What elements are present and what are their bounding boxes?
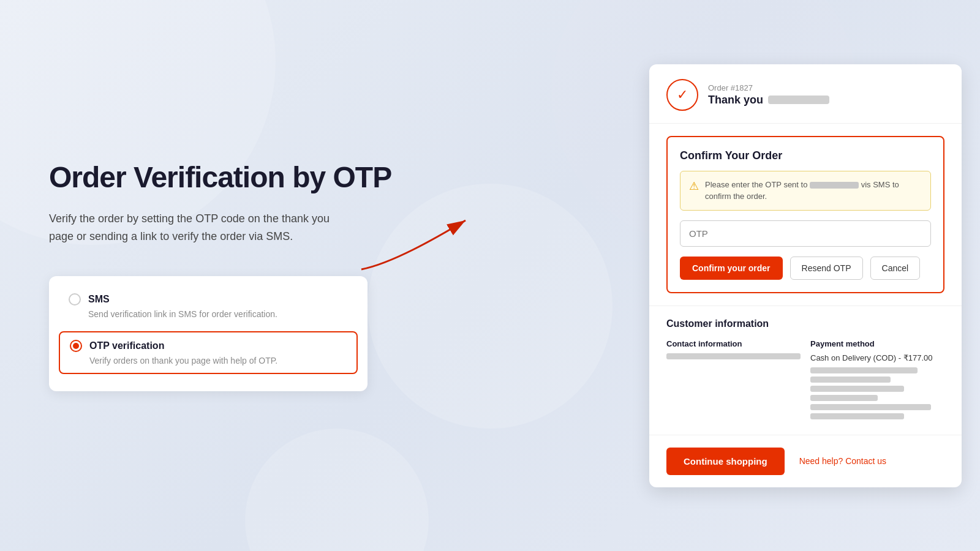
billing-line-2 [810, 377, 891, 383]
contact-info-blurred [666, 353, 801, 359]
page-description: Verify the order by setting the OTP code… [49, 210, 343, 246]
cancel-button[interactable]: Cancel [870, 257, 921, 280]
billing-line-6 [810, 413, 904, 419]
customer-information-section: Customer information Contact information… [649, 305, 962, 435]
thank-you-text: Thank you [708, 94, 829, 107]
option-otp-label: OTP verification [89, 340, 164, 351]
customer-name-blurred [768, 96, 829, 104]
option-sms-label: SMS [88, 294, 110, 305]
warning-icon: ⚠ [689, 179, 699, 193]
option-sms-header: SMS [69, 293, 348, 305]
billing-line-1 [810, 367, 918, 373]
contact-info-label: Contact information [666, 339, 801, 348]
checkmark-icon: ✓ [677, 87, 688, 103]
main-layout: Order Verification by OTP Verify the ord… [0, 0, 980, 551]
left-panel: Order Verification by OTP Verify the ord… [0, 0, 637, 551]
radio-otp[interactable] [70, 340, 82, 352]
confirm-buttons-row: Confirm your order Resend OTP Cancel [680, 257, 931, 280]
order-footer: Continue shopping Need help? Contact us [649, 435, 962, 487]
otp-input[interactable] [680, 220, 931, 247]
radio-otp-inner [73, 343, 79, 349]
customer-info-title: Customer information [666, 318, 944, 329]
payment-value: Cash on Delivery (COD) - ₹177.00 [810, 353, 944, 362]
order-card: ✓ Order #1827 Thank you Confirm Your Ord… [649, 64, 962, 487]
order-number: Order #1827 [708, 83, 829, 92]
options-card: SMS Send verification link in SMS for or… [49, 276, 368, 391]
option-otp-description: Verify orders on thank you page with hel… [70, 356, 347, 365]
need-help-link[interactable]: Need help? Contact us [799, 456, 886, 466]
confirm-order-button[interactable]: Confirm your order [680, 257, 783, 280]
right-panel: ✓ Order #1827 Thank you Confirm Your Ord… [637, 0, 980, 551]
order-title-block: Order #1827 Thank you [708, 83, 829, 107]
radio-sms[interactable] [69, 293, 81, 305]
billing-line-5 [810, 404, 931, 410]
otp-alert-box: ⚠ Please enter the OTP sent to vis SMS t… [680, 171, 931, 211]
billing-line-4 [810, 395, 878, 401]
confirm-order-section: Confirm Your Order ⚠ Please enter the OT… [666, 136, 944, 293]
confirm-order-title: Confirm Your Order [680, 149, 931, 162]
phone-blurred [810, 182, 859, 189]
check-circle: ✓ [666, 79, 698, 111]
continue-shopping-button[interactable]: Continue shopping [666, 448, 785, 475]
billing-line-3 [810, 386, 904, 392]
option-otp-header: OTP verification [70, 340, 347, 352]
order-header: ✓ Order #1827 Thank you [649, 64, 962, 124]
page-heading: Order Verification by OTP [49, 160, 588, 195]
option-sms[interactable]: SMS Send verification link in SMS for or… [69, 293, 348, 319]
resend-otp-button[interactable]: Resend OTP [790, 257, 863, 280]
arrow-decoration [343, 202, 478, 288]
option-sms-description: Send verification link in SMS for order … [69, 309, 348, 319]
payment-col: Payment method Cash on Delivery (COD) - … [810, 339, 944, 422]
payment-method-label: Payment method [810, 339, 944, 348]
contact-info-col: Contact information [666, 339, 801, 422]
otp-alert-text: Please enter the OTP sent to vis SMS to … [705, 179, 922, 203]
option-otp[interactable]: OTP verification Verify orders on thank … [59, 331, 358, 374]
customer-grid: Contact information Payment method Cash … [666, 339, 944, 422]
